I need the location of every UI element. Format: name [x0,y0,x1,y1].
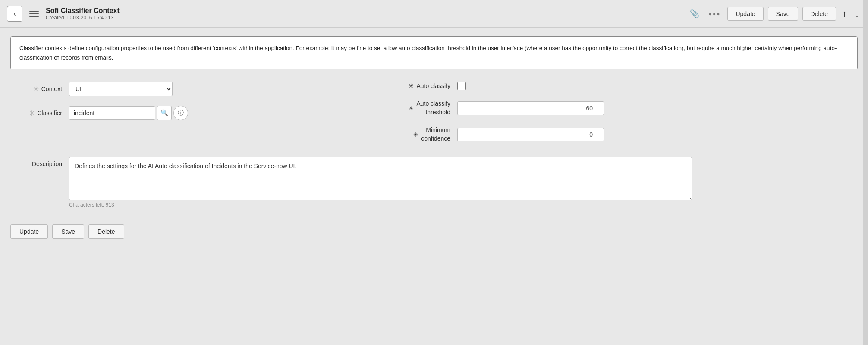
chars-left-label: Characters left: 913 [69,202,692,208]
context-select[interactable]: UI Email API [69,82,173,96]
search-icon: 🔍 [160,109,169,117]
save-button-footer[interactable]: Save [52,224,84,239]
save-button-header[interactable]: Save [768,7,798,21]
minimum-confidence-input[interactable] [457,128,604,141]
description-label: Description [10,157,62,167]
up-button[interactable]: ↑ [840,7,849,20]
auto-classify-threshold-row: ✳ Auto classifythreshold [373,100,701,116]
info-box: Classifier contexts define configuration… [10,36,858,69]
classifier-row: ✳ Classifier 🔍 ⓘ [10,106,338,120]
classifier-input[interactable] [69,106,155,120]
back-icon: ‹ [13,10,16,18]
more-button[interactable]: ●●● [706,9,723,19]
delete-button-footer[interactable]: Delete [88,224,124,239]
auto-classify-label-group: ✳ Auto classify [373,82,450,89]
form-right: ✳ Auto classify ✳ Auto classifythreshold… [355,82,701,152]
more-icon: ●●● [709,11,721,17]
auto-classify-row: ✳ Auto classify [373,82,701,90]
context-row: ✳ Context UI Email API [10,82,338,96]
context-required-star: ✳ [33,85,39,93]
down-button[interactable]: ↓ [853,7,861,20]
auto-classify-threshold-label: Auto classifythreshold [416,100,450,116]
back-button[interactable]: ‹ [7,6,22,22]
info-text: Classifier contexts define configuration… [19,45,837,61]
description-section: Description Defines the settings for the… [10,157,692,208]
update-button-header[interactable]: Update [727,7,763,21]
auto-classify-label: Auto classify [416,82,450,89]
minimum-confidence-required-star: ✳ [413,131,418,138]
page-title: Sofi Classifier Context [46,7,682,15]
description-textarea[interactable]: Defines the settings for the AI Auto cla… [69,157,692,200]
update-button-footer[interactable]: Update [10,224,48,239]
minimum-confidence-row: ✳ Minimumconfidence [373,126,701,143]
menu-icon[interactable] [28,9,41,19]
page-subtitle: Created 10-03-2016 15:40:13 [46,15,682,21]
classifier-label: Classifier [37,110,62,116]
classifier-search-button[interactable]: 🔍 [157,106,172,120]
minimum-confidence-label-group: ✳ Minimumconfidence [373,126,450,143]
header: ‹ Sofi Classifier Context Created 10-03-… [0,0,868,28]
context-control: UI Email API [69,82,338,96]
header-actions: 📎 ●●● Update Save Delete ↑ ↓ [687,7,861,21]
info-icon: ⓘ [178,109,184,117]
auto-classify-threshold-required-star: ✳ [409,105,414,112]
auto-classify-threshold-label-group: ✳ Auto classifythreshold [373,100,450,116]
minimum-confidence-label: Minimumconfidence [421,126,450,143]
classifier-info-button[interactable]: ⓘ [173,106,188,120]
paperclip-icon: 📎 [690,9,699,19]
auto-classify-required-star: ✳ [409,82,414,89]
delete-button-header[interactable]: Delete [802,7,836,21]
auto-classify-threshold-input[interactable] [457,101,604,115]
classifier-label-group: ✳ Classifier [10,109,62,117]
context-label-group: ✳ Context [10,85,62,93]
main-content: Classifier contexts define configuration… [0,28,868,248]
context-label: Context [41,85,62,92]
form-grid: ✳ Context UI Email API ✳ Classifier [10,82,701,152]
auto-classify-checkbox[interactable] [457,82,466,90]
description-row: Description Defines the settings for the… [10,157,692,200]
paperclip-button[interactable]: 📎 [687,7,702,20]
footer-actions: Update Save Delete [10,220,858,239]
header-title-block: Sofi Classifier Context Created 10-03-20… [46,7,682,21]
classifier-control: 🔍 ⓘ [69,106,338,120]
form-left: ✳ Context UI Email API ✳ Classifier [10,82,355,152]
scrollbar-track[interactable] [863,0,868,345]
classifier-required-star: ✳ [29,109,35,117]
